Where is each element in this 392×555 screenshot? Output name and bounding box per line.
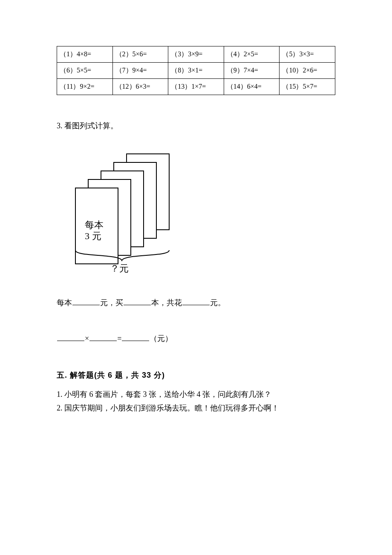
text: 元。 [210,298,225,307]
blank [57,333,84,341]
book-label-line1: 每本 [85,220,104,230]
cell: （9）7×4= [224,63,280,79]
unit: （元） [150,334,173,343]
times-symbol: × [85,334,89,343]
word-problems: 1. 小明有 6 套画片，每套 3 张，送给小华 4 张，问此刻有几张？ 2. … [57,388,335,415]
problem-1: 1. 小明有 6 套画片，每套 3 张，送给小华 4 张，问此刻有几张？ [57,388,335,402]
books-figure: 每本 3 元 ？元 [66,151,335,277]
text: 元，买 [100,298,123,307]
cell: （8）3×1= [168,63,224,79]
books-svg: 每本 3 元 ？元 [66,151,177,275]
table-row: （11）9×2= （12）6×3= （13）1×7= （14）6×4= （15）… [57,79,335,95]
text: 本，共花 [151,298,182,307]
cell: （13）1×7= [168,79,224,95]
cell: （12）6×3= [112,79,168,95]
page-content: （1）4×8= （2）5×6= （3）3×9= （4）2×5= （5）3×3= … [0,0,392,415]
brace-label: ？元 [110,263,129,274]
book-label-line2: 3 元 [85,231,101,241]
cell: （14）6×4= [224,79,280,95]
cell: （3）3×9= [168,46,224,63]
q3-fill-sentence: 每本元，买本，共花元。 [57,298,335,308]
text: 每本 [57,298,72,307]
table-row: （1）4×8= （2）5×6= （3）3×9= （4）2×5= （5）3×3= [57,46,335,63]
cell: （11）9×2= [57,79,113,95]
blank [89,333,117,341]
cell: （6）5×5= [57,63,113,79]
blank [122,333,149,341]
section-5-heading: 五. 解答题(共 6 题，共 33 分) [57,370,335,380]
multiplication-table: （1）4×8= （2）5×6= （3）3×9= （4）2×5= （5）3×3= … [57,46,335,95]
problem-2: 2. 国庆节期间，小朋友们到游乐场去玩。瞧！他们玩得多开心啊！ [57,402,335,415]
q3-equation: ×=（元） [57,333,335,344]
cell: （4）2×5= [224,46,280,63]
cell: （1）4×8= [57,46,113,63]
blank [124,298,151,305]
equals-symbol: = [117,334,121,343]
table-row: （6）5×5= （7）9×4= （8）3×1= （9）7×4= （10）2×6= [57,63,335,79]
cell: （5）3×3= [280,46,335,63]
cell: （15）5×7= [280,79,335,95]
blank [72,298,100,305]
cell: （7）9×4= [112,63,168,79]
cell: （2）5×6= [112,46,168,63]
q3-title: 3. 看图列式计算。 [57,121,335,131]
cell: （10）2×6= [280,63,335,79]
blank [182,298,210,305]
